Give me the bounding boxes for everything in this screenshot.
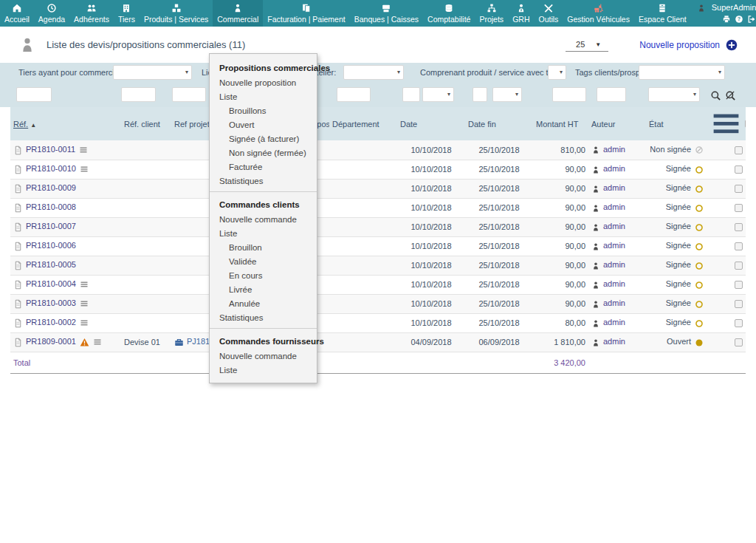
menu-item[interactable]: Liste xyxy=(210,226,317,240)
proposal-ref-link[interactable]: PR1810-0004 xyxy=(26,279,76,288)
row-checkbox[interactable] xyxy=(735,146,743,154)
nav-item-comptabilite[interactable]: Comptabilité xyxy=(423,0,475,27)
nav-item-agenda[interactable]: Agenda xyxy=(34,0,69,27)
select-all-checkbox[interactable] xyxy=(745,120,746,128)
nav-item-tiers[interactable]: Tiers xyxy=(114,0,140,27)
menu-item[interactable]: Nouvelle commande xyxy=(210,212,317,226)
search-date-input[interactable] xyxy=(402,87,420,102)
burger-icon[interactable] xyxy=(80,318,89,327)
author-link[interactable]: admin xyxy=(603,337,625,346)
menu-item[interactable]: Brouillon xyxy=(210,240,317,254)
filter-client-tags-select[interactable] xyxy=(639,65,725,80)
search-date-select[interactable] xyxy=(422,87,454,102)
row-checkbox[interactable] xyxy=(735,204,743,212)
nav-item-adherents[interactable]: Adhérents xyxy=(69,0,114,27)
print-icon[interactable] xyxy=(722,14,731,24)
col-header-ref[interactable]: Réf.▲ xyxy=(10,107,121,140)
row-checkbox[interactable] xyxy=(735,242,743,250)
col-header[interactable]: Date fin xyxy=(465,107,533,140)
col-header[interactable]: Département xyxy=(329,107,397,140)
search-montant-input[interactable] xyxy=(552,87,586,102)
search-date-fin-select[interactable] xyxy=(492,87,522,102)
remove-filter-icon[interactable] xyxy=(725,89,736,100)
proposal-ref-link[interactable]: PR1810-0007 xyxy=(26,222,76,230)
nav-item-banques-caisses[interactable]: Banques | Caisses xyxy=(350,0,423,27)
search-icon[interactable] xyxy=(710,89,721,100)
row-checkbox[interactable] xyxy=(735,262,743,270)
nav-item-gestion-vehicules[interactable]: Gestion Véhicules xyxy=(563,0,634,27)
author-link[interactable]: admin xyxy=(603,318,625,327)
search-ref-input[interactable] xyxy=(16,87,52,102)
col-header[interactable]: Montant HT xyxy=(533,107,588,140)
burger-icon[interactable] xyxy=(80,165,89,174)
author-link[interactable]: admin xyxy=(603,222,625,230)
nav-item-produits-services[interactable]: Produits | Services xyxy=(140,0,213,27)
row-checkbox[interactable] xyxy=(735,185,743,193)
col-header[interactable]: Réf. client xyxy=(121,107,171,140)
filter-product-tag-select[interactable] xyxy=(548,65,566,80)
search-date-fin-input[interactable] xyxy=(472,87,487,102)
menu-item[interactable]: Signée (à facturer) xyxy=(210,132,317,146)
help-icon[interactable]: ? xyxy=(735,14,743,24)
nav-item-grh[interactable]: GRH xyxy=(508,0,534,27)
menu-item[interactable]: Nouvelle commande xyxy=(210,349,317,363)
proposal-ref-link[interactable]: PR1810-0005 xyxy=(26,260,76,269)
author-link[interactable]: admin xyxy=(603,241,625,250)
menu-item[interactable]: Liste xyxy=(210,363,317,377)
row-checkbox[interactable] xyxy=(735,281,743,289)
proposal-ref-link[interactable]: PR1810-0010 xyxy=(26,164,76,173)
row-checkbox[interactable] xyxy=(735,223,743,231)
burger-icon[interactable] xyxy=(79,146,88,154)
nav-item-espace-client[interactable]: Espace Client xyxy=(634,0,691,27)
nav-item-projets[interactable]: Projets xyxy=(475,0,508,27)
menu-item[interactable]: En cours xyxy=(210,268,317,282)
nav-item-facturation-paiement[interactable]: Facturation | Paiement xyxy=(263,0,349,27)
col-header[interactable]: Auteur xyxy=(588,107,646,140)
burger-icon[interactable] xyxy=(80,299,89,308)
filter-commercial-select[interactable] xyxy=(113,65,192,80)
menu-item[interactable]: Annulée xyxy=(210,296,317,310)
search-departement-input[interactable] xyxy=(337,87,371,102)
author-link[interactable]: admin xyxy=(603,164,625,173)
author-link[interactable]: admin xyxy=(603,279,625,288)
search-ref-projet-input[interactable] xyxy=(172,87,206,102)
proposal-ref-link[interactable]: PR1810-0008 xyxy=(26,202,76,211)
menu-item[interactable]: Statistiques xyxy=(210,310,317,324)
search-ref-client-input[interactable] xyxy=(121,87,156,102)
col-header[interactable]: Date xyxy=(397,107,465,140)
nav-item-outils[interactable]: Outils xyxy=(534,0,563,27)
filter-atelier-select[interactable] xyxy=(343,65,404,80)
author-link[interactable]: admin xyxy=(603,183,625,192)
burger-icon[interactable] xyxy=(93,338,102,346)
author-link[interactable]: admin xyxy=(603,260,625,269)
row-checkbox[interactable] xyxy=(735,165,743,174)
search-auteur-input[interactable] xyxy=(597,87,626,102)
author-link[interactable]: admin xyxy=(603,145,625,154)
proposal-ref-link[interactable]: PR1810-0003 xyxy=(26,298,76,307)
nav-item-accueil[interactable]: Accueil xyxy=(0,0,34,27)
menu-item[interactable]: Nouvelle proposition xyxy=(210,75,317,89)
new-proposal-button[interactable]: Nouvelle proposition xyxy=(639,39,738,51)
menu-item[interactable]: Livrée xyxy=(210,282,317,296)
row-checkbox[interactable] xyxy=(735,300,743,308)
menu-item[interactable]: Non signée (fermée) xyxy=(210,146,317,160)
menu-item[interactable]: Facturée xyxy=(210,160,317,174)
burger-icon[interactable] xyxy=(709,107,743,140)
logout-icon[interactable] xyxy=(747,14,756,24)
menu-item[interactable]: Ouvert xyxy=(210,117,317,132)
menu-item[interactable]: Validée xyxy=(210,254,317,268)
author-link[interactable]: admin xyxy=(603,202,625,211)
menu-item[interactable]: Statistiques xyxy=(210,174,317,188)
menu-item[interactable]: Brouillons xyxy=(210,103,317,117)
proposal-ref-link[interactable]: PR1810-0006 xyxy=(26,241,76,250)
row-checkbox[interactable] xyxy=(735,338,743,346)
col-header[interactable]: État xyxy=(646,107,707,140)
search-etat-select[interactable] xyxy=(648,87,700,102)
row-checkbox[interactable] xyxy=(735,319,743,327)
proposal-ref-link[interactable]: PR1810-0011 xyxy=(26,145,75,154)
page-size-select[interactable]: 25▼ xyxy=(566,38,608,52)
nav-item-commercial[interactable]: Commercial xyxy=(213,0,263,27)
proposal-ref-link[interactable]: PR1809-0001 xyxy=(26,337,76,346)
proposal-ref-link[interactable]: PR1810-0002 xyxy=(26,318,76,327)
proposal-ref-link[interactable]: PR1810-0009 xyxy=(26,183,76,192)
